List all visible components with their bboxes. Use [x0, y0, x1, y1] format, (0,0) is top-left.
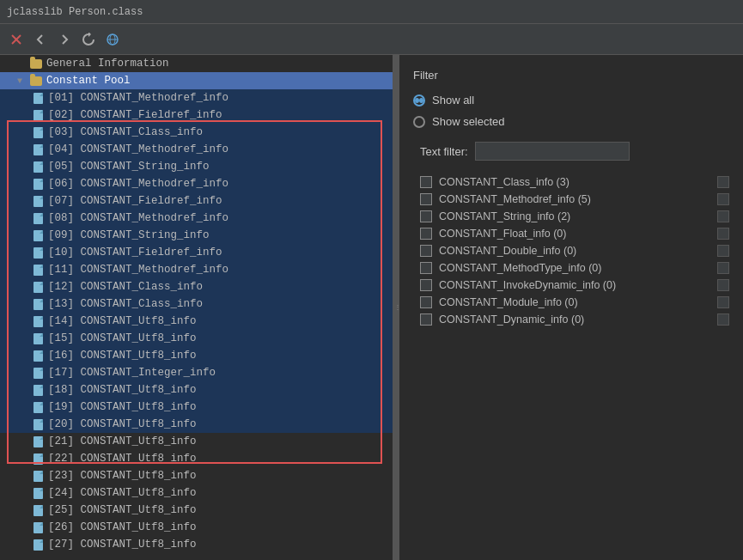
- tree-item-19[interactable]: [19] CONSTANT_Utf8_info: [0, 399, 393, 416]
- file-icon-26: [31, 520, 45, 534]
- filter-title: Filter: [413, 69, 729, 82]
- file-icon-22: [31, 452, 45, 466]
- checkbox-item-7[interactable]: CONSTANT_Module_info (0): [420, 296, 729, 308]
- tree-arrow-pool: ▼: [17, 76, 29, 86]
- tree-item-24[interactable]: [24] CONSTANT_Utf8_info: [0, 484, 393, 502]
- tree-item-02[interactable]: [02] CONSTANT_Fieldref_info: [0, 107, 393, 124]
- tree-item-23[interactable]: [23] CONSTANT_Utf8_info: [0, 467, 393, 484]
- forward-button[interactable]: [55, 30, 74, 49]
- tree-item-label-17: [17] CONSTANT_Integer_info: [48, 367, 216, 379]
- tree-item-17[interactable]: [17] CONSTANT_Integer_info: [0, 364, 393, 381]
- tree-item-05[interactable]: [05] CONSTANT_String_info: [0, 158, 393, 175]
- checkbox-label-3: CONSTANT_Float_info (0): [439, 228, 566, 240]
- radio-show-all[interactable]: Show all: [413, 94, 729, 107]
- checkbox-item-0[interactable]: CONSTANT_Class_info (3): [420, 176, 729, 188]
- tree-item-10[interactable]: [10] CONSTANT_Fieldref_info: [0, 244, 393, 261]
- tree-item-label-18: [18] CONSTANT_Utf8_info: [48, 384, 197, 396]
- tree-item-07[interactable]: [07] CONSTANT_Fieldref_info: [0, 192, 393, 210]
- tree-item-label-24: [24] CONSTANT_Utf8_info: [48, 487, 197, 499]
- file-icon-18: [31, 383, 45, 397]
- tree-item-label-05: [05] CONSTANT_String_info: [48, 161, 210, 173]
- file-icon-13: [31, 297, 45, 311]
- checkbox-list: CONSTANT_Class_info (3) CONSTANT_Methodr…: [413, 176, 729, 326]
- file-icon-11: [31, 263, 45, 277]
- file-icon-09: [31, 228, 45, 242]
- filter-panel: Filter Show all Show selected Text filte…: [399, 55, 743, 560]
- back-button[interactable]: [31, 30, 50, 49]
- tree-panel[interactable]: General Information ▼ Constant Pool [01]…: [0, 55, 395, 560]
- tree-item-16[interactable]: [16] CONSTANT_Utf8_info: [0, 347, 393, 364]
- tree-item-27[interactable]: [27] CONSTANT_Utf8_info: [0, 536, 393, 553]
- file-icon-19: [31, 400, 45, 414]
- tree-item-21[interactable]: [21] CONSTANT_Utf8_info: [0, 433, 393, 450]
- tree-item-25[interactable]: [25] CONSTANT_Utf8_info: [0, 502, 393, 519]
- file-icon-23: [31, 469, 45, 483]
- text-filter-label: Text filter:: [420, 145, 468, 158]
- tree-item-08[interactable]: [08] CONSTANT_Methodref_info: [0, 210, 393, 227]
- radio-group: Show all Show selected: [413, 94, 729, 128]
- checkbox-label-0: CONSTANT_Class_info (3): [439, 176, 569, 188]
- checkbox-item-8[interactable]: CONSTANT_Dynamic_info (0): [420, 313, 729, 326]
- tree-item-label-21: [21] CONSTANT_Utf8_info: [48, 435, 197, 447]
- tree-item-general[interactable]: General Information: [0, 55, 393, 72]
- checkbox-box-0: [420, 176, 432, 188]
- checkbox-right-icon-7: [717, 296, 729, 308]
- tree-item-label-12: [12] CONSTANT_Class_info: [48, 281, 203, 293]
- checkbox-item-3[interactable]: CONSTANT_Float_info (0): [420, 228, 729, 240]
- checkbox-item-6[interactable]: CONSTANT_InvokeDynamic_info (0): [420, 279, 729, 291]
- file-icon-04: [31, 143, 45, 156]
- checkbox-item-2[interactable]: CONSTANT_String_info (2): [420, 210, 729, 222]
- refresh-button[interactable]: [79, 30, 98, 49]
- checkbox-item-1[interactable]: CONSTANT_Methodref_info (5): [420, 193, 729, 205]
- text-filter-input[interactable]: [475, 142, 630, 161]
- checkbox-right-icon-2: [717, 210, 729, 222]
- tree-item-11[interactable]: [11] CONSTANT_Methodref_info: [0, 261, 393, 278]
- tree-item-label-07: [07] CONSTANT_Fieldref_info: [48, 195, 222, 207]
- radio-show-selected[interactable]: Show selected: [413, 115, 729, 128]
- file-icon-08: [31, 211, 45, 225]
- tree-item-label-26: [26] CONSTANT_Utf8_info: [48, 521, 197, 533]
- tree-item-13[interactable]: [13] CONSTANT_Class_info: [0, 295, 393, 313]
- tree-item-20[interactable]: [20] CONSTANT_Utf8_info: [0, 416, 393, 433]
- tree-item-15[interactable]: [15] CONSTANT_Utf8_info: [0, 330, 393, 347]
- general-info-label: General Information: [46, 58, 169, 70]
- tree-item-26[interactable]: [26] CONSTANT_Utf8_info: [0, 519, 393, 536]
- tree-item-14[interactable]: [14] CONSTANT_Utf8_info: [0, 313, 393, 330]
- tree-item-04[interactable]: [04] CONSTANT_Methodref_info: [0, 141, 393, 158]
- checkbox-label-6: CONSTANT_InvokeDynamic_info (0): [439, 279, 616, 291]
- tree-item-label-11: [11] CONSTANT_Methodref_info: [48, 264, 228, 276]
- close-button[interactable]: [7, 30, 26, 49]
- checkbox-right-icon-1: [717, 193, 729, 205]
- tree-item-18[interactable]: [18] CONSTANT_Utf8_info: [0, 381, 393, 399]
- tree-item-01[interactable]: [01] CONSTANT_Methodref_info: [0, 89, 393, 107]
- file-icon-10: [31, 246, 45, 259]
- tree-item-label-14: [14] CONSTANT_Utf8_info: [48, 315, 197, 327]
- file-icon-24: [31, 486, 45, 500]
- title-bar-text: jclasslib Person.class: [7, 6, 143, 18]
- tree-item-06[interactable]: [06] CONSTANT_Methodref_info: [0, 175, 393, 192]
- checkbox-label-4: CONSTANT_Double_info (0): [439, 245, 576, 257]
- checkbox-item-4[interactable]: CONSTANT_Double_info (0): [420, 245, 729, 257]
- checkbox-label-7: CONSTANT_Module_info (0): [439, 296, 578, 308]
- radio-circle-show-all: [413, 94, 425, 107]
- checkbox-label-2: CONSTANT_String_info (2): [439, 210, 570, 222]
- tree-item-12[interactable]: [12] CONSTANT_Class_info: [0, 278, 393, 295]
- close-icon: [10, 33, 22, 46]
- tree-item-03[interactable]: [03] CONSTANT_Class_info: [0, 124, 393, 141]
- checkbox-box-6: [420, 279, 432, 291]
- checkbox-item-5[interactable]: CONSTANT_MethodType_info (0): [420, 262, 729, 274]
- file-icon-02: [31, 108, 45, 122]
- globe-button[interactable]: [103, 30, 122, 49]
- tree-item-constant-pool[interactable]: ▼ Constant Pool: [0, 72, 393, 89]
- globe-icon: [106, 33, 119, 46]
- tree-item-label-20: [20] CONSTANT_Utf8_info: [48, 418, 197, 430]
- tree-item-label-15: [15] CONSTANT_Utf8_info: [48, 332, 197, 344]
- checkbox-label-5: CONSTANT_MethodType_info (0): [439, 262, 601, 274]
- tree-item-09[interactable]: [09] CONSTANT_String_info: [0, 227, 393, 244]
- tree-item-label-23: [23] CONSTANT_Utf8_info: [48, 470, 197, 482]
- tree-item-22[interactable]: [22] CONSTANT_Utf8_info: [0, 450, 393, 467]
- tree-item-label-01: [01] CONSTANT_Methodref_info: [48, 92, 228, 104]
- file-icon-01: [31, 91, 45, 105]
- tree-item-label-02: [02] CONSTANT_Fieldref_info: [48, 109, 222, 121]
- tree-item-label-19: [19] CONSTANT_Utf8_info: [48, 401, 197, 413]
